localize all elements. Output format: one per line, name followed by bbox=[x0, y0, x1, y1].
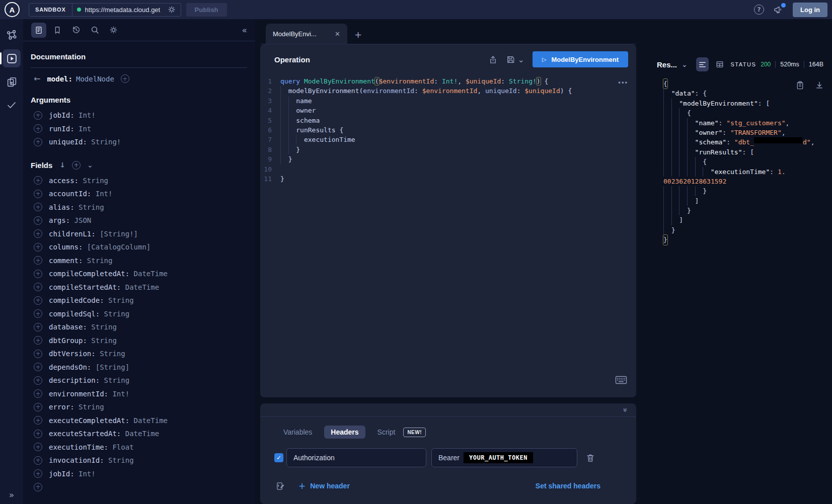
add-field-icon[interactable]: + bbox=[34, 243, 42, 251]
field-name[interactable]: compiledSql: bbox=[49, 310, 104, 318]
add-field-icon[interactable]: + bbox=[34, 176, 42, 185]
history-icon[interactable] bbox=[68, 23, 84, 38]
add-field-icon[interactable]: + bbox=[34, 283, 42, 291]
delete-header-trash-icon[interactable] bbox=[586, 453, 595, 463]
add-field-icon[interactable]: + bbox=[34, 336, 42, 345]
field-type[interactable]: [CatalogColumn] bbox=[87, 243, 150, 251]
field-name[interactable]: compileStartedAt: bbox=[49, 283, 125, 291]
field-name[interactable]: access: bbox=[49, 177, 83, 185]
field-name[interactable]: args: bbox=[49, 216, 74, 224]
add-field-icon[interactable]: + bbox=[34, 323, 42, 331]
field-type[interactable]: Float bbox=[112, 443, 133, 451]
field-name[interactable]: alias: bbox=[49, 203, 79, 211]
login-button[interactable]: Log in bbox=[793, 3, 827, 17]
header-name-input[interactable]: Authorization bbox=[286, 448, 426, 467]
field-name[interactable]: invocationId: bbox=[49, 456, 108, 464]
add-field-icon[interactable]: + bbox=[34, 469, 42, 478]
add-argument-icon[interactable]: + bbox=[34, 111, 42, 120]
tab-headers[interactable]: Headers bbox=[324, 426, 365, 439]
collapse-panel-double-chevron-icon[interactable]: » bbox=[620, 407, 629, 412]
field-name[interactable]: executeCompletedAt: bbox=[49, 416, 134, 425]
add-field-icon[interactable]: + bbox=[34, 456, 42, 465]
field-type[interactable]: Int! bbox=[112, 390, 129, 398]
add-field-icon[interactable]: + bbox=[34, 416, 42, 425]
field-name[interactable]: dependsOn: bbox=[49, 363, 96, 371]
field-type[interactable]: String bbox=[91, 323, 117, 331]
add-field-icon[interactable]: + bbox=[34, 256, 42, 265]
download-response-icon[interactable] bbox=[815, 80, 824, 90]
add-field-icon[interactable]: + bbox=[34, 443, 42, 451]
field-type[interactable]: String bbox=[108, 296, 134, 304]
nav-schema-graph[interactable] bbox=[3, 26, 21, 44]
save-operation-group[interactable]: ⌄ bbox=[506, 55, 524, 64]
settings-gear-icon[interactable] bbox=[106, 23, 121, 38]
copy-response-clipboard-icon[interactable] bbox=[796, 80, 804, 90]
field-name[interactable]: executionTime: bbox=[49, 443, 112, 451]
field-type[interactable]: String bbox=[83, 177, 108, 185]
field-name[interactable]: compiledCode: bbox=[49, 296, 108, 304]
add-field-icon[interactable]: + bbox=[34, 203, 42, 211]
field-name[interactable]: comment: bbox=[49, 257, 87, 265]
field-type[interactable]: [String] bbox=[96, 363, 129, 371]
set-shared-headers-link[interactable]: Set shared headers bbox=[536, 482, 600, 490]
field-type[interactable]: Int! bbox=[96, 190, 113, 198]
field-type[interactable]: String bbox=[100, 350, 125, 358]
add-field-icon[interactable]: + bbox=[34, 216, 42, 225]
add-field-icon[interactable]: + bbox=[34, 296, 42, 305]
breadcrumb-type[interactable]: ModelNode bbox=[76, 75, 114, 83]
add-argument-icon[interactable]: + bbox=[34, 124, 42, 133]
field-name[interactable]: executeStartedAt: bbox=[49, 430, 125, 438]
field-name[interactable]: dbtGroup: bbox=[49, 337, 91, 345]
endpoint-url-input[interactable]: https://metadata.cloud.get bbox=[72, 5, 181, 14]
field-name[interactable]: error: bbox=[49, 403, 79, 411]
add-field-icon[interactable]: + bbox=[34, 376, 42, 385]
field-type[interactable]: String bbox=[104, 310, 130, 318]
nav-operation-collections[interactable] bbox=[3, 72, 21, 91]
field-type[interactable]: DateTime bbox=[134, 416, 168, 425]
field-name[interactable]: dbtVersion: bbox=[49, 350, 100, 358]
new-tab-icon[interactable]: + bbox=[354, 29, 362, 40]
saved-collections-bookmark-icon[interactable] bbox=[50, 23, 65, 38]
field-name[interactable]: jobId: bbox=[49, 470, 79, 478]
new-header-button[interactable]: + New header bbox=[298, 481, 350, 491]
add-argument-icon[interactable]: + bbox=[34, 138, 42, 146]
table-view-icon[interactable] bbox=[713, 57, 726, 71]
search-icon[interactable] bbox=[87, 23, 102, 38]
add-field-icon[interactable]: + bbox=[34, 229, 42, 238]
env-variables-doc-icon[interactable] bbox=[275, 481, 285, 491]
field-type[interactable]: DateTime bbox=[134, 270, 168, 278]
response-dropdown-chevron-icon[interactable]: ⌄ bbox=[682, 60, 688, 68]
field-type[interactable]: String bbox=[108, 456, 134, 464]
add-field-icon[interactable]: + bbox=[34, 190, 42, 198]
add-field-icon[interactable]: + bbox=[34, 430, 42, 438]
field-name[interactable]: childrenL1: bbox=[49, 230, 100, 238]
add-field-icon[interactable]: + bbox=[34, 403, 42, 411]
add-field-icon[interactable]: + bbox=[34, 363, 42, 371]
nav-explorer[interactable] bbox=[3, 49, 21, 67]
field-name[interactable]: database: bbox=[49, 323, 91, 331]
save-chevron-icon[interactable]: ⌄ bbox=[518, 55, 524, 64]
field-type[interactable]: DateTime bbox=[125, 430, 159, 438]
field-name[interactable]: description: bbox=[49, 376, 104, 384]
keyboard-shortcuts-icon[interactable] bbox=[615, 376, 627, 384]
endpoint-settings-gear-icon[interactable] bbox=[167, 5, 176, 14]
announcements-megaphone-icon[interactable] bbox=[773, 5, 784, 15]
help-icon[interactable]: ? bbox=[754, 5, 764, 15]
add-field-icon[interactable]: + bbox=[34, 270, 42, 278]
endpoint-url[interactable]: https://metadata.cloud.get bbox=[85, 6, 163, 14]
expand-rail-icon[interactable]: » bbox=[0, 490, 23, 500]
argument-type[interactable]: Int! bbox=[79, 111, 96, 119]
header-enabled-checkbox[interactable]: ✓ bbox=[274, 453, 283, 462]
operation-tab[interactable]: ModelByEnvi... ✕ bbox=[266, 24, 347, 44]
editor-more-options-icon[interactable]: ••• bbox=[618, 78, 628, 86]
field-type[interactable]: JSON bbox=[74, 216, 92, 224]
field-type[interactable]: DateTime bbox=[125, 283, 159, 291]
tab-script[interactable]: Script bbox=[377, 428, 396, 436]
field-name[interactable]: accountId: bbox=[49, 190, 96, 198]
add-field-icon[interactable]: + bbox=[34, 309, 42, 318]
field-type[interactable]: String bbox=[87, 257, 113, 265]
field-name[interactable]: columns: bbox=[49, 243, 87, 251]
field-type[interactable]: String bbox=[91, 337, 117, 345]
collapse-docs-icon[interactable]: « bbox=[242, 25, 247, 35]
close-tab-icon[interactable]: ✕ bbox=[335, 30, 340, 38]
